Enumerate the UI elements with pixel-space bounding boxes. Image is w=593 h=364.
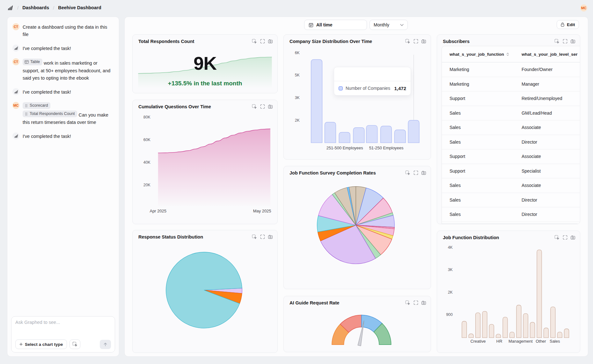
- user-avatar: CT: [12, 23, 19, 30]
- select-region-button[interactable]: [554, 235, 560, 240]
- screenshot-button[interactable]: [268, 234, 273, 239]
- screenshot-button[interactable]: [268, 39, 273, 44]
- assistant-avatar: [12, 88, 19, 95]
- screenshot-button[interactable]: [421, 170, 426, 175]
- table-row: MarketingFounder/Owner: [442, 62, 580, 77]
- chat-composer: Select a chart type: [11, 316, 115, 353]
- fullscreen-button[interactable]: [413, 170, 418, 175]
- scorecard-icon: [25, 112, 28, 116]
- select-region-icon: [252, 234, 257, 239]
- svg-text:Apr 2025: Apr 2025: [150, 209, 166, 213]
- screenshot-icon: [421, 300, 426, 305]
- user-avatar[interactable]: MC: [580, 4, 587, 11]
- svg-text:HR: HR: [496, 339, 502, 344]
- fullscreen-button[interactable]: [260, 234, 265, 239]
- column-header-job-function[interactable]: what_s_your_job_function: [445, 52, 517, 57]
- select-region-button[interactable]: [405, 170, 410, 175]
- send-button[interactable]: [100, 340, 111, 349]
- table-row: SalesAssociate: [442, 178, 580, 193]
- select-chart-type-button[interactable]: Select a chart type: [15, 339, 67, 349]
- screenshot-button[interactable]: [421, 300, 426, 305]
- table-header-row: what_s_your_job_functionwhat_s_your_job_…: [442, 46, 580, 62]
- time-range-button[interactable]: All time: [304, 20, 367, 30]
- cumulative-questions-chart[interactable]: 80K60K40K20KApr 2025May 2025: [133, 100, 277, 224]
- card-title: AI Guide Request Rate: [289, 300, 339, 305]
- subscribers-table: what_s_your_job_functionwhat_s_your_job_…: [442, 46, 580, 224]
- screenshot-button[interactable]: [570, 235, 575, 240]
- svg-text:Sales: Sales: [550, 339, 560, 344]
- user-avatar: CT: [12, 58, 19, 65]
- select-region-button[interactable]: [252, 39, 257, 44]
- select-region-button[interactable]: [252, 104, 257, 109]
- job-function-bar-chart[interactable]: 4K3K2K900CreativeHRManagementOtherSales: [437, 231, 580, 353]
- reference-chip: Scorecard: [23, 102, 50, 109]
- card-title: Job Function Distribution: [443, 235, 499, 240]
- table-icon: [25, 60, 29, 64]
- response-status-pie[interactable]: [133, 230, 277, 353]
- svg-text:3K: 3K: [295, 96, 300, 100]
- svg-text:2K: 2K: [448, 290, 453, 295]
- select-region-icon: [405, 300, 410, 305]
- chat-panel: CTCreate a dashboard using the data in t…: [7, 17, 119, 357]
- svg-text:51-250 Employees: 51-250 Employees: [369, 146, 404, 150]
- calendar-icon: [309, 23, 313, 27]
- edit-button[interactable]: Edit: [557, 20, 579, 29]
- column-header-job-level[interactable]: what_s_your_job_level_ser: [517, 52, 580, 57]
- select-region-icon: [252, 104, 257, 109]
- chat-message: CTTablework in sales marketing or suppor…: [12, 58, 114, 82]
- breadcrumb-current: Beehive Dashboard: [58, 5, 101, 10]
- message-text: ScorecardTotal Respondents CountCan you …: [23, 102, 113, 126]
- fullscreen-button[interactable]: [562, 39, 567, 44]
- screenshot-icon: [421, 170, 426, 175]
- message-text: I've completed the task!: [23, 45, 71, 52]
- chat-input[interactable]: [15, 320, 111, 339]
- select-region-button[interactable]: [554, 39, 560, 44]
- fullscreen-icon: [414, 39, 418, 44]
- svg-text:80K: 80K: [143, 115, 151, 119]
- fullscreen-icon: [563, 235, 567, 240]
- fullscreen-button[interactable]: [260, 39, 265, 44]
- card-ai-guide: AI Guide Request Rate: [283, 296, 431, 352]
- select-region-icon: [252, 39, 257, 44]
- screenshot-button[interactable]: [421, 39, 426, 44]
- card-title: Job Function Survey Completion Rates: [289, 170, 376, 175]
- user-avatar: MC: [12, 102, 19, 109]
- company-size-bar-chart[interactable]: 6K5K3K2K251-500 Employees51-250 Employee…: [284, 35, 431, 159]
- fullscreen-button[interactable]: [413, 300, 418, 305]
- select-region-button[interactable]: [405, 39, 410, 44]
- svg-text:May 2025: May 2025: [253, 209, 271, 213]
- svg-text:5K: 5K: [295, 73, 300, 77]
- select-chart-type-label: Select a chart type: [25, 342, 63, 347]
- svg-text:2K: 2K: [295, 118, 300, 123]
- screenshot-icon: [570, 39, 575, 44]
- granularity-select[interactable]: Monthly: [370, 20, 408, 30]
- app-logo-icon[interactable]: [7, 4, 13, 11]
- message-text: Tablework in sales marketing or support,…: [23, 58, 113, 82]
- fullscreen-button[interactable]: [413, 39, 418, 44]
- card-subscribers: Subscribers what_s_your_job_functionwhat…: [437, 34, 580, 224]
- tooltip-series-value: 1,472: [394, 86, 406, 91]
- card-company-size: Company Size Distribution Over Time 6K5K…: [283, 34, 431, 160]
- scorecard-icon: [25, 104, 28, 108]
- breadcrumb-dashboards[interactable]: Dashboards: [22, 5, 49, 10]
- fullscreen-button[interactable]: [562, 235, 567, 240]
- svg-text:6K: 6K: [295, 51, 300, 55]
- fullscreen-button[interactable]: [260, 104, 265, 109]
- select-region-button[interactable]: [252, 234, 257, 239]
- select-element-button[interactable]: [70, 339, 80, 349]
- fullscreen-icon: [414, 170, 418, 175]
- card-title: Subscribers: [443, 39, 470, 44]
- card-title: Total Respondents Count: [138, 39, 194, 44]
- survey-completion-pie[interactable]: [284, 166, 431, 289]
- select-region-icon: [72, 342, 77, 347]
- screenshot-button[interactable]: [268, 104, 273, 109]
- edit-label: Edit: [567, 22, 575, 27]
- svg-text:Other: Other: [536, 339, 546, 344]
- chat-message: I've completed the task!: [12, 45, 114, 52]
- select-region-button[interactable]: [405, 300, 410, 305]
- message-text: I've completed the task!: [23, 88, 71, 96]
- screenshot-button[interactable]: [570, 39, 575, 44]
- screenshot-icon: [268, 39, 273, 44]
- chat-message: MCScorecardTotal Respondents CountCan yo…: [12, 102, 114, 126]
- table-row: SupportSpecialist: [442, 164, 580, 179]
